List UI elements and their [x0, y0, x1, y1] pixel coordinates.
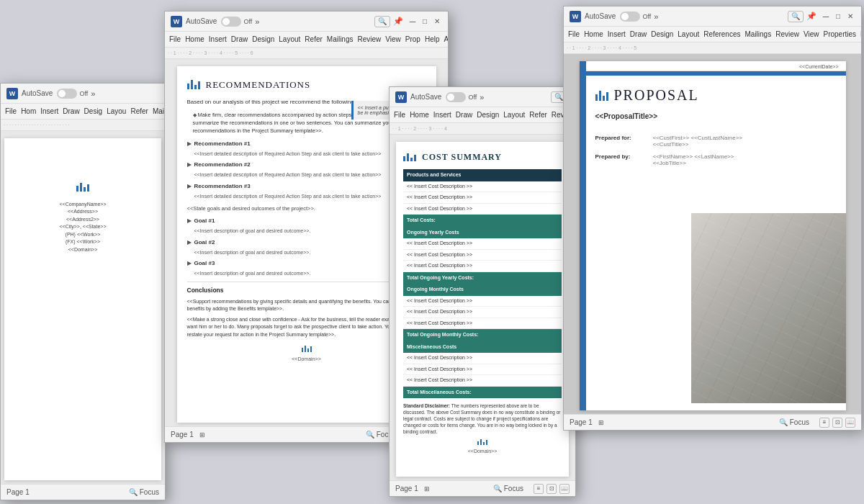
cost-bar-3	[410, 158, 413, 161]
autosave-toggle-1[interactable]	[57, 89, 77, 99]
total-misc-row: Total Miscellaneous Costs:	[403, 386, 562, 398]
word-window-4[interactable]: W AutoSave Off » 🔍 📌 ─ □ ✕ File Home Ins…	[563, 6, 862, 431]
cost-bar-2	[407, 153, 409, 161]
more-btn-4[interactable]: »	[654, 12, 658, 21]
fit-icon-4: ⊞	[598, 419, 604, 426]
proposal-left-bar	[580, 61, 586, 410]
ribbon-insert-4[interactable]: Insert	[608, 30, 626, 38]
address-domain: <<Domain>>	[13, 246, 153, 254]
ribbon-draw-4[interactable]: Draw	[630, 30, 647, 38]
view-icon-1-4[interactable]: ≡	[819, 418, 829, 428]
ribbon-home-1[interactable]: Hom	[21, 107, 36, 115]
ribbon-view-2[interactable]: View	[385, 35, 401, 43]
more-btn-3[interactable]: »	[480, 93, 484, 102]
ribbon-refer-1[interactable]: Refer	[130, 107, 148, 115]
ribbon-home-4[interactable]: Home	[584, 30, 603, 38]
minimize-btn-4[interactable]: ─	[821, 12, 831, 22]
doc-area-4: <<CurrentDate>> Proposal <<Pro	[564, 54, 861, 414]
toggle-off-text-1: Off	[79, 90, 88, 97]
ribbon-design-4[interactable]: Design	[651, 30, 673, 38]
autosave-toggle-3[interactable]	[446, 92, 466, 102]
doc-area-1: <<CompanyName>> <<Address>> <<Address2>>…	[1, 131, 165, 484]
search-box-4[interactable]: 🔍	[788, 11, 804, 22]
ribbon-insert-3[interactable]: Insert	[433, 111, 451, 119]
cost-monthly-1: << Insert Cost Description >>	[403, 296, 562, 307]
ribbon-design-3[interactable]: Design	[477, 111, 499, 119]
ribbon-insert-1[interactable]: Insert	[40, 107, 58, 115]
ribbon-acro-2[interactable]: Acrol	[444, 35, 449, 43]
search-box-2[interactable]: 🔍	[374, 16, 390, 27]
proposal-logo-bars	[595, 91, 608, 101]
ribbon-help-2[interactable]: Help	[425, 35, 440, 43]
view-icon-3-4[interactable]: 📖	[845, 418, 855, 428]
ribbon-refer-3[interactable]: Refer	[529, 111, 546, 119]
doc-area-3: Cost Summary Products and Services << In…	[390, 135, 575, 480]
ribbon-file-4[interactable]: File	[568, 30, 580, 38]
ribbon-draw-2[interactable]: Draw	[231, 35, 248, 43]
close-btn-4[interactable]: ✕	[845, 12, 855, 22]
view-icon-2-4[interactable]: ⊡	[832, 418, 842, 428]
autosave-toggle-2[interactable]	[221, 17, 241, 27]
ribbon-layout-2[interactable]: Layout	[279, 35, 300, 43]
title-bar-3: W AutoSave Off » 🔍	[390, 87, 575, 107]
title-bar-2: W AutoSave Off » 🔍 📌 ─ □ ✕	[165, 12, 448, 32]
arrow-icon-3: ▶	[187, 182, 192, 191]
prepared-by-title: <<JobTitle>>	[653, 160, 734, 166]
item-misc-2: << Insert Cost Description >>	[403, 364, 562, 375]
ribbon-4: File Home Insert Draw Design Layout Refe…	[564, 27, 861, 42]
title-bar-4: W AutoSave Off » 🔍 📌 ─ □ ✕	[564, 6, 861, 27]
focus-btn-3[interactable]: 🔍 Focus	[493, 485, 523, 492]
focus-btn-1[interactable]: 🔍 Focus	[129, 488, 159, 496]
ribbon-file-3[interactable]: File	[394, 111, 405, 119]
ribbon-draw-1[interactable]: Draw	[63, 107, 79, 115]
prepared-by-label: Prepared by:	[595, 153, 639, 160]
word-window-3[interactable]: W AutoSave Off » 🔍 File Home Insert Draw…	[389, 86, 576, 497]
logo-bar-1	[187, 84, 189, 89]
cost-yearly-2: << Insert Cost Description >>	[403, 249, 562, 261]
ribbon-3: File Home Insert Draw Design Layout Refe…	[390, 107, 575, 123]
maximize-btn-4[interactable]: □	[833, 12, 843, 22]
close-btn-2[interactable]: ✕	[432, 17, 442, 27]
more-btn-2[interactable]: »	[255, 17, 259, 26]
focus-btn-4[interactable]: 🔍 Focus	[779, 418, 809, 426]
address-line1: <<Address>>	[13, 208, 153, 216]
item-misc-3: << Insert Cost Description >>	[403, 375, 562, 387]
ribbon-prop-2[interactable]: Prop	[405, 35, 420, 43]
ribbon-review-2[interactable]: Review	[357, 35, 381, 43]
view-icon-2-3[interactable]: ⊡	[546, 484, 557, 494]
ribbon-mail-4[interactable]: Mailings	[744, 30, 771, 38]
ribbon-refer-2[interactable]: Refer	[305, 35, 322, 43]
ribbon-file-2[interactable]: File	[169, 35, 181, 43]
section-header-yearly: Ongoing Yearly Costs	[403, 227, 562, 239]
maximize-btn-2[interactable]: □	[420, 17, 430, 27]
ribbon-design-2[interactable]: Design	[252, 35, 274, 43]
ribbon-design-1[interactable]: Desig	[84, 107, 103, 115]
item-yearly-3: << Insert Cost Description >>	[403, 261, 562, 272]
ribbon-view-4[interactable]: View	[804, 30, 819, 38]
ribbon-home-3[interactable]: Home	[410, 111, 429, 119]
item-misc-1: << Insert Cost Description >>	[403, 353, 562, 364]
more-btn-1[interactable]: »	[91, 89, 95, 98]
minimize-btn-2[interactable]: ─	[408, 17, 418, 27]
ribbon-prop-4[interactable]: Properties	[823, 30, 856, 38]
arrow-icon-1: ▶	[187, 140, 192, 148]
ribbon-layout-3[interactable]: Layout	[503, 111, 525, 119]
ribbon-draw-3[interactable]: Draw	[456, 111, 472, 119]
ribbon-layout-1[interactable]: Layou	[107, 107, 126, 115]
view-icon-1-3[interactable]: ≡	[534, 484, 544, 494]
autosave-toggle-4[interactable]	[620, 12, 640, 22]
ribbon-layout-4[interactable]: Layout	[678, 30, 699, 38]
ribbon-file-1[interactable]: File	[5, 107, 17, 115]
ribbon-review-4[interactable]: Review	[775, 30, 799, 38]
ruler-2: · · 1 · · · · 2 · · · · 3 · · · · 4 · · …	[165, 48, 448, 59]
ribbon-refer-4[interactable]: References	[703, 30, 740, 38]
cost-item-1: << Insert Cost Description >>	[403, 181, 562, 192]
word-window-1[interactable]: W AutoSave Off » File Hom Insert Draw De…	[0, 83, 166, 500]
ribbon-home-2[interactable]: Home	[185, 35, 204, 43]
cost-misc-2: << Insert Cost Description >>	[403, 364, 562, 375]
ribbon-mail-2[interactable]: Mailings	[327, 35, 354, 43]
ribbon-insert-2[interactable]: Insert	[209, 35, 227, 43]
ribbon-help-4[interactable]: Help	[860, 30, 862, 38]
prepared-for-values: <<CustFirst>> <<CustLastName>> <<CustTit…	[653, 135, 743, 148]
view-icon-3-3[interactable]: 📖	[559, 484, 570, 494]
